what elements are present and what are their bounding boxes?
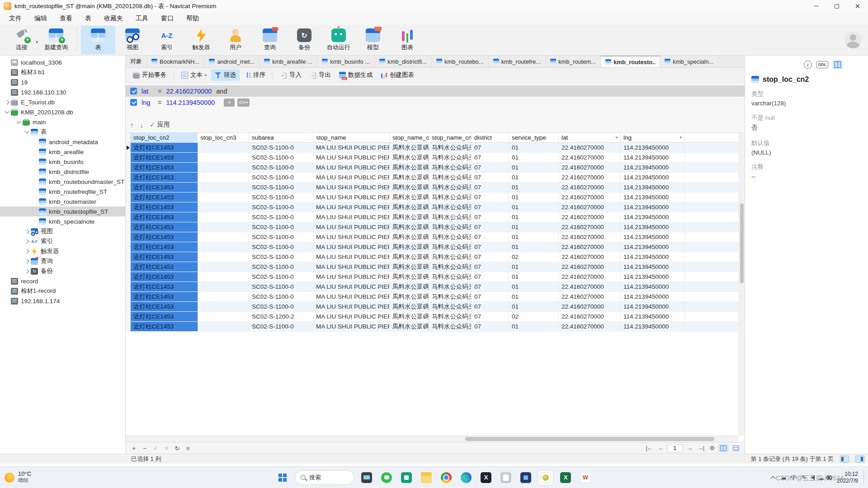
tree-item[interactable]: 视图 — [0, 226, 125, 236]
cell-stop-name[interactable]: MA LIU SHUI PUBLIC PIER — [313, 232, 390, 242]
document-tab[interactable]: android_met... — [204, 56, 259, 67]
cell-service-type[interactable]: 02 — [509, 252, 559, 262]
cell-stop-name[interactable]: MA LIU SHUI PUBLIC PIER — [313, 282, 390, 291]
tree-item[interactable]: 19 — [0, 77, 125, 87]
refresh-icon[interactable]: ↻ — [173, 445, 182, 452]
cell-stop-name-cn[interactable]: 马料水公众码头 — [429, 202, 472, 212]
cell-stop-loc-cn2[interactable]: 近灯柱CE1453 — [131, 143, 198, 152]
cell-district[interactable]: 07 — [472, 153, 509, 162]
table-row[interactable]: 近灯柱CE1453 SC02-S-1100-0 MA LIU SHUI PUBL… — [126, 222, 739, 232]
cell-lat[interactable]: 22.4160270000 — [559, 202, 621, 212]
cell-stop-name-c[interactable]: 馬料水公眾碼頭 — [390, 212, 429, 222]
toolbar-view[interactable]: 视图 — [115, 26, 150, 54]
cell-service-type[interactable]: 01 — [509, 232, 559, 242]
cell-lng[interactable]: 114.2139450000 — [621, 232, 685, 242]
menu-item[interactable]: 表 — [79, 13, 98, 24]
cell-district[interactable]: 07 — [472, 272, 509, 282]
document-tab[interactable]: kmb_specialn... — [660, 56, 718, 67]
cell-stop-name-cn[interactable]: 马料水公众码头 — [429, 232, 472, 242]
menu-item[interactable]: 窗口 — [155, 13, 180, 24]
tree-item[interactable]: 192.168.1.174 — [0, 296, 125, 306]
cell-stop-name[interactable]: MA LIU SHUI PUBLIC PIER — [313, 173, 390, 182]
tree-item[interactable]: kmb_areafile — [0, 147, 125, 157]
table-row[interactable]: 近灯柱CE1453 SC02-S-1100-0 MA LIU SHUI PUBL… — [126, 202, 739, 212]
cell-district[interactable]: 07 — [472, 282, 509, 291]
toolbar-new-query[interactable]: + 新建查询 — [39, 26, 73, 54]
cell-lat[interactable]: 22.4160270000 — [559, 302, 621, 311]
taskbar-app[interactable] — [419, 470, 434, 485]
column-header[interactable]: stop_name_cn — [429, 133, 472, 142]
cell-stop-loc-cn2[interactable]: 近灯柱CE1453 — [131, 262, 198, 272]
checkbox-checked-icon[interactable] — [130, 99, 137, 106]
stop-icon[interactable]: ■ — [184, 445, 193, 452]
tree-item[interactable]: 检材1-record — [0, 286, 125, 296]
cell-subarea[interactable]: SC02-S-1100-0 — [249, 272, 313, 282]
tree-item[interactable]: 触发器 — [0, 246, 125, 256]
first-page-icon[interactable]: |← — [645, 445, 654, 451]
weather-widget[interactable]: 10°C 晴朗 — [5, 471, 31, 484]
document-tab[interactable]: kmb_routefre... — [489, 56, 546, 67]
document-tab[interactable]: kmb_routem... — [546, 56, 601, 67]
cell-stop-loc-cn2[interactable]: 近灯柱CE1453 — [131, 192, 198, 202]
cell-stop-loc-cn2[interactable]: 近灯柱CE1453 — [131, 282, 198, 291]
cell-lng[interactable]: 114.2139450000 — [621, 202, 685, 212]
tree-item[interactable]: E_Tourist.db — [0, 97, 125, 107]
cell-district[interactable]: 07 — [472, 212, 509, 222]
toolbar-automation[interactable]: 自动运行 — [321, 26, 356, 54]
toggle-right-panel-icon[interactable] — [855, 455, 864, 463]
tree-expander-icon[interactable] — [23, 131, 31, 133]
cell-stop-name-c[interactable]: 馬料水公眾碼頭 — [390, 153, 429, 162]
tree-expander-icon[interactable] — [3, 101, 11, 104]
cell-lng[interactable]: 114.2139450000 — [621, 252, 685, 262]
text-mode-button[interactable]: 文本▾ — [178, 69, 210, 81]
cell-subarea[interactable]: SC02-S-1100-0 — [249, 322, 313, 331]
cell-lat[interactable]: 22.4160270000 — [559, 143, 621, 152]
apply-filter-button[interactable]: 应用 — [150, 121, 170, 129]
cell-service-type[interactable]: 01 — [509, 143, 559, 152]
cell-service-type[interactable]: 02 — [509, 312, 559, 321]
cell-stop-name[interactable]: MA LIU SHUI PUBLIC PIER — [313, 252, 390, 262]
cell-lat[interactable]: 22.4160270000 — [559, 282, 621, 291]
cell-stop-loc-cn2[interactable]: 近灯柱CE1453 — [131, 232, 198, 242]
cell-lat[interactable]: 22.4160270000 — [559, 212, 621, 222]
cell-stop-name[interactable]: MA LIU SHUI PUBLIC PIER — [313, 262, 390, 272]
taskbar-app[interactable] — [439, 470, 454, 485]
document-tab[interactable]: kmb_businfo ... — [317, 56, 375, 67]
cell-stop-loc-cn3[interactable] — [198, 212, 249, 222]
cell-district[interactable]: 07 — [472, 322, 509, 331]
grid-view-toggle[interactable] — [718, 444, 728, 452]
table-row[interactable]: 近灯柱CE1453 SC02-S-1100-0 MA LIU SHUI PUBL… — [126, 252, 739, 262]
tree-expander-icon[interactable] — [23, 230, 31, 233]
cell-district[interactable]: 07 — [472, 232, 509, 242]
toolbar-backup[interactable]: ↻ 备份 — [287, 26, 321, 54]
cell-lat[interactable]: 22.4160270000 — [559, 312, 621, 321]
cell-stop-loc-cn2[interactable]: 近灯柱CE1453 — [131, 322, 198, 331]
cell-lat[interactable]: 22.4160270000 — [559, 232, 621, 242]
toolbar-chart[interactable]: 图表 — [390, 26, 425, 54]
cell-service-type[interactable]: 01 — [509, 173, 559, 182]
cell-lat[interactable]: 22.4160270000 — [559, 262, 621, 272]
taskbar-app[interactable] — [498, 470, 514, 485]
cell-subarea[interactable]: SC02-S-1100-0 — [249, 262, 313, 272]
cell-stop-loc-cn2[interactable]: 近灯柱CE1453 — [131, 242, 198, 252]
column-header[interactable]: service_type — [509, 133, 559, 142]
cell-service-type[interactable]: 01 — [509, 272, 559, 282]
move-up-icon[interactable] — [130, 121, 134, 129]
cell-stop-name-c[interactable]: 馬料水公眾碼頭 — [390, 143, 429, 152]
cell-stop-name-c[interactable]: 馬料水公眾碼頭 — [390, 222, 429, 232]
cell-service-type[interactable]: 01 — [509, 183, 559, 192]
tree-item[interactable]: 192.168.110.130 — [0, 87, 125, 97]
filter-button[interactable]: 筛选 — [211, 69, 240, 81]
tree-item[interactable]: 索引 — [0, 236, 125, 246]
taskbar-app[interactable] — [379, 470, 394, 485]
cell-stop-name[interactable]: MA LIU SHUI PUBLIC PIER — [313, 163, 390, 172]
tree-expander-icon[interactable] — [23, 250, 31, 253]
tree-item[interactable]: android_metadata — [0, 137, 125, 147]
cell-stop-loc-cn3[interactable] — [198, 192, 249, 202]
table-row[interactable]: 近灯柱CE1453 SC02-S-1100-0 MA LIU SHUI PUBL… — [126, 302, 739, 312]
checkbox-checked-icon[interactable] — [130, 88, 137, 94]
cell-stop-loc-cn2[interactable]: 近灯柱CE1453 — [131, 222, 198, 232]
cell-stop-loc-cn3[interactable] — [198, 153, 249, 162]
previous-page-icon[interactable]: ← — [656, 445, 665, 451]
cell-stop-name-c[interactable]: 馬料水公眾碼頭 — [390, 183, 429, 192]
